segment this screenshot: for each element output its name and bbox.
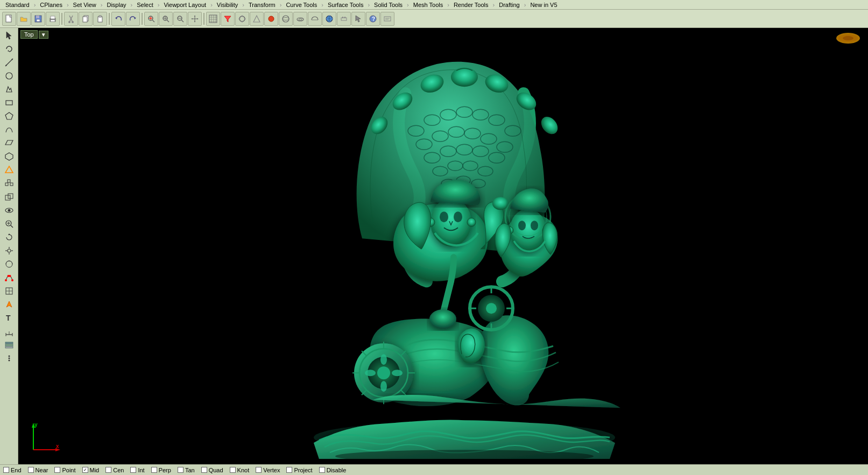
menu-select[interactable]: Select bbox=[133, 1, 157, 9]
cen-checkbox[interactable] bbox=[105, 467, 111, 473]
sidebar-rotate-tool[interactable] bbox=[2, 42, 17, 55]
sidebar-circle-tool[interactable] bbox=[2, 69, 17, 82]
sidebar-dim-tool[interactable] bbox=[2, 325, 17, 338]
sidebar-curve-tool[interactable] bbox=[2, 123, 17, 136]
status-mid[interactable]: Mid bbox=[82, 467, 100, 473]
status-perp[interactable]: Perp bbox=[151, 467, 171, 473]
toolbar-save[interactable] bbox=[31, 12, 45, 26]
menu-viewport-layout[interactable]: Viewport Layout bbox=[160, 1, 209, 9]
menu-new-in-v5[interactable]: New in V5 bbox=[527, 1, 560, 9]
toolbar-cut[interactable] bbox=[64, 12, 78, 26]
toolbar-help[interactable]: ? bbox=[366, 12, 380, 26]
status-knot[interactable]: Knot bbox=[230, 467, 250, 473]
sidebar-edit-tool[interactable] bbox=[2, 271, 17, 284]
project-checkbox[interactable] bbox=[286, 467, 292, 473]
status-near[interactable]: Near bbox=[28, 467, 48, 473]
perp-checkbox[interactable] bbox=[151, 467, 157, 473]
svg-point-39 bbox=[242, 20, 243, 22]
near-checkbox[interactable] bbox=[28, 467, 34, 473]
menu-cplanes[interactable]: CPlanes bbox=[37, 1, 66, 9]
toolbar-grid[interactable] bbox=[206, 12, 220, 26]
menu-standard[interactable]: Standard bbox=[2, 1, 33, 9]
status-point[interactable]: Point bbox=[54, 467, 75, 473]
sidebar-text-tool[interactable]: T bbox=[2, 311, 17, 324]
toolbar-pan[interactable] bbox=[188, 12, 202, 26]
sidebar-config-tool[interactable] bbox=[2, 244, 17, 257]
status-int[interactable]: Int bbox=[130, 467, 144, 473]
svg-rect-3 bbox=[37, 19, 40, 22]
quad-checkbox[interactable] bbox=[201, 467, 207, 473]
menu-visibility[interactable]: Visibility bbox=[214, 1, 242, 9]
menu-transform[interactable]: Transform bbox=[245, 1, 279, 9]
sidebar-explode-tool[interactable] bbox=[2, 177, 17, 190]
toolbar-zoom-out[interactable] bbox=[173, 12, 187, 26]
status-cen[interactable]: Cen bbox=[105, 467, 124, 473]
vertex-checkbox[interactable] bbox=[256, 467, 262, 473]
sidebar-texture-tool[interactable] bbox=[2, 258, 17, 271]
menu-display[interactable]: Display bbox=[103, 1, 129, 9]
toolbar-record[interactable] bbox=[264, 12, 278, 26]
menu-solid-tools[interactable]: Solid Tools bbox=[371, 1, 406, 9]
svg-point-105 bbox=[843, 36, 853, 40]
sidebar-more-tools[interactable] bbox=[2, 352, 17, 365]
mid-checkbox[interactable] bbox=[82, 467, 88, 473]
menu-curve-tools[interactable]: Curve Tools bbox=[283, 1, 320, 9]
status-quad[interactable]: Quad bbox=[201, 467, 223, 473]
toolbar-redo[interactable] bbox=[126, 12, 140, 26]
disable-checkbox[interactable] bbox=[319, 467, 325, 473]
viewport-dropdown[interactable]: ▼ bbox=[39, 31, 48, 39]
sidebar-visibility-tool[interactable] bbox=[2, 204, 17, 217]
toolbar-earth[interactable] bbox=[322, 12, 336, 26]
menu-drafting[interactable]: Drafting bbox=[496, 1, 523, 9]
sidebar-cage-tool[interactable] bbox=[2, 285, 17, 297]
sidebar-select-tool[interactable] bbox=[2, 29, 17, 42]
toolbar-zoom-in[interactable] bbox=[159, 12, 173, 26]
toolbar-copy[interactable] bbox=[79, 12, 93, 26]
sidebar-draw-tool[interactable] bbox=[2, 83, 17, 96]
sidebar-rect-tool[interactable] bbox=[2, 96, 17, 109]
status-tan[interactable]: Tan bbox=[178, 467, 195, 473]
viewport-name[interactable]: Top bbox=[20, 30, 38, 39]
toolbar-settings[interactable] bbox=[337, 12, 351, 26]
menu-setview[interactable]: Set View bbox=[70, 1, 100, 9]
toolbar-paste[interactable] bbox=[93, 12, 107, 26]
end-checkbox[interactable] bbox=[3, 467, 9, 473]
toolbar-torus[interactable] bbox=[293, 12, 307, 26]
menu-mesh-tools[interactable]: Mesh Tools bbox=[410, 1, 446, 9]
tan-checkbox[interactable] bbox=[178, 467, 184, 473]
sidebar-layer-tool[interactable] bbox=[2, 338, 17, 351]
toolbar-hemisphere[interactable] bbox=[308, 12, 322, 26]
sep8: › bbox=[280, 2, 282, 8]
svg-rect-5 bbox=[51, 16, 55, 19]
toolbar-obj-snap[interactable] bbox=[235, 12, 249, 26]
status-vertex[interactable]: Vertex bbox=[256, 467, 280, 473]
sidebar-boolean-tool[interactable] bbox=[2, 190, 17, 203]
int-checkbox[interactable] bbox=[130, 467, 136, 473]
sidebar-zoom-tool[interactable] bbox=[2, 217, 17, 230]
sidebar-arrow-tool[interactable] bbox=[2, 298, 17, 311]
menu-render-tools[interactable]: Render Tools bbox=[450, 1, 492, 9]
toolbar-print[interactable] bbox=[46, 12, 60, 26]
sidebar-polygon-tool[interactable] bbox=[2, 110, 17, 123]
toolbar-sphere[interactable] bbox=[279, 12, 293, 26]
sidebar-surface-tool[interactable] bbox=[2, 137, 17, 150]
status-disable[interactable]: Disable bbox=[319, 467, 347, 473]
toolbar-undo[interactable] bbox=[111, 12, 125, 26]
point-checkbox[interactable] bbox=[54, 467, 60, 473]
toolbar-new[interactable] bbox=[2, 12, 16, 26]
toolbar-open[interactable] bbox=[17, 12, 31, 26]
sidebar-solid-tool[interactable] bbox=[2, 150, 17, 163]
menu-surface-tools[interactable]: Surface Tools bbox=[324, 1, 366, 9]
knot-checkbox[interactable] bbox=[230, 467, 236, 473]
sidebar-mesh-tool[interactable] bbox=[2, 164, 17, 176]
toolbar-select-filter[interactable] bbox=[221, 12, 235, 26]
toolbar-properties[interactable] bbox=[380, 12, 394, 26]
status-end[interactable]: End bbox=[3, 467, 22, 473]
toolbar-zoom-extents[interactable] bbox=[144, 12, 158, 26]
viewport-area[interactable]: Top ▼ bbox=[18, 28, 868, 464]
toolbar-cursor-settings[interactable] bbox=[351, 12, 365, 26]
toolbar-point-on[interactable] bbox=[250, 12, 264, 26]
sidebar-rotate3d-tool[interactable] bbox=[2, 231, 17, 244]
sidebar-scale-tool[interactable] bbox=[2, 56, 17, 69]
status-project[interactable]: Project bbox=[286, 467, 312, 473]
